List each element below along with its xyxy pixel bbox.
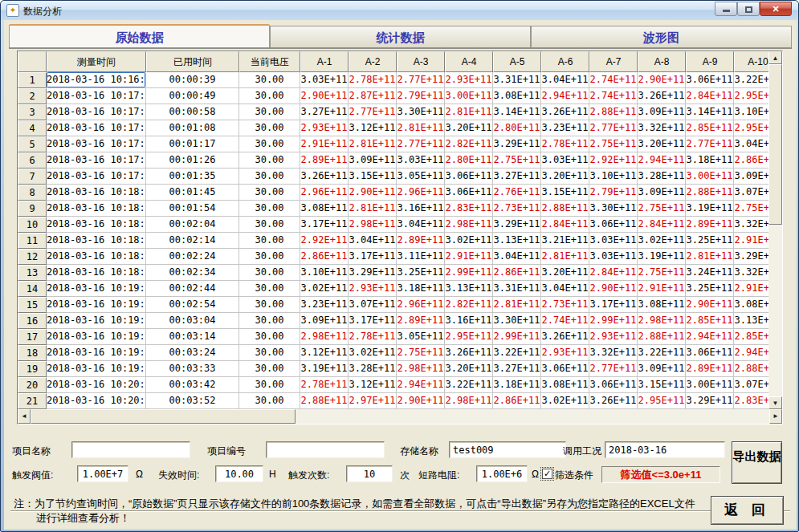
elapsed-time-cell[interactable]: 00:01:26 bbox=[146, 152, 239, 169]
trigger-threshold-input[interactable] bbox=[77, 465, 128, 482]
value-cell[interactable]: 3.14E+11 bbox=[686, 104, 734, 120]
value-cell[interactable]: 3.26E+11 bbox=[300, 169, 349, 185]
value-cell[interactable]: 3.17E+11 bbox=[300, 217, 349, 233]
value-cell[interactable]: 3.25E+11 bbox=[397, 265, 445, 281]
value-cell[interactable]: 2.95E+11 bbox=[445, 329, 493, 345]
value-cell[interactable]: 2.93E+11 bbox=[589, 329, 638, 345]
value-cell[interactable]: 2.80E+11 bbox=[493, 120, 541, 136]
value-cell[interactable]: 3.18E+11 bbox=[493, 377, 541, 393]
value-cell[interactable]: 3.32E+11 bbox=[638, 120, 686, 136]
value-cell[interactable]: 2.85E+11 bbox=[686, 120, 734, 136]
value-cell[interactable]: 2.74E+11 bbox=[589, 72, 638, 88]
measure-time-cell[interactable]: 2018-03-16 10:17:16 bbox=[47, 104, 146, 120]
value-cell[interactable]: 2.89E+11 bbox=[397, 233, 445, 249]
value-cell[interactable]: 3.25E+11 bbox=[686, 233, 734, 249]
row-number-cell[interactable]: 17 bbox=[18, 329, 47, 345]
elapsed-time-cell[interactable]: 00:03:24 bbox=[146, 345, 239, 361]
value-cell[interactable]: 3.08E+11 bbox=[300, 201, 349, 217]
value-cell[interactable]: 2.93E+11 bbox=[300, 120, 349, 136]
value-cell[interactable]: 2.94E+11 bbox=[638, 152, 686, 169]
value-cell[interactable]: 2.75E+11 bbox=[589, 136, 638, 152]
value-cell[interactable]: 2.78E+11 bbox=[349, 329, 397, 345]
value-cell[interactable]: 3.19E+11 bbox=[638, 249, 686, 265]
value-cell[interactable]: 2.81E+11 bbox=[493, 297, 541, 313]
scroll-up-icon[interactable]: ▲ bbox=[768, 51, 782, 64]
value-cell[interactable]: 2.94E+11 bbox=[686, 329, 734, 345]
value-cell[interactable]: 2.79E+11 bbox=[397, 88, 445, 104]
value-cell[interactable]: 3.03E+11 bbox=[589, 249, 638, 265]
row-number-cell[interactable]: 1 bbox=[18, 72, 47, 88]
value-cell[interactable]: 3.02E+11 bbox=[349, 345, 397, 361]
measure-time-cell[interactable]: 2018-03-16 10:18:11 bbox=[47, 201, 146, 217]
value-cell[interactable]: 3.30E+11 bbox=[589, 201, 638, 217]
value-cell[interactable]: 3.00E+11 bbox=[686, 377, 734, 393]
value-cell[interactable]: 2.93E+11 bbox=[541, 345, 589, 361]
value-cell[interactable]: 3.06E+11 bbox=[445, 185, 493, 201]
vertical-scrollbar-thumb[interactable] bbox=[768, 64, 782, 225]
measure-time-cell[interactable]: 2018-03-16 10:19:11 bbox=[47, 297, 146, 313]
value-cell[interactable]: 3.11E+11 bbox=[397, 249, 445, 265]
value-cell[interactable]: 2.92E+11 bbox=[589, 152, 638, 169]
row-number-cell[interactable]: 12 bbox=[18, 249, 47, 265]
elapsed-time-cell[interactable]: 00:01:45 bbox=[146, 185, 239, 201]
measure-time-cell[interactable]: 2018-03-16 10:20:00 bbox=[47, 377, 146, 393]
value-cell[interactable]: 2.90E+11 bbox=[349, 185, 397, 201]
value-cell[interactable]: 2.81E+11 bbox=[686, 249, 734, 265]
elapsed-time-cell[interactable]: 00:03:04 bbox=[146, 313, 239, 329]
value-cell[interactable]: 3.29E+11 bbox=[686, 393, 734, 409]
measure-time-cell[interactable]: 2018-03-16 10:17:26 bbox=[47, 120, 146, 136]
value-cell[interactable]: 2.90E+11 bbox=[300, 88, 349, 104]
value-cell[interactable]: 2.73E+11 bbox=[541, 297, 589, 313]
value-cell[interactable]: 3.24E+11 bbox=[686, 265, 734, 281]
value-cell[interactable]: 2.75E+11 bbox=[493, 152, 541, 169]
voltage-cell[interactable]: 30.00 bbox=[239, 185, 300, 201]
value-cell[interactable]: 2.88E+11 bbox=[589, 104, 638, 120]
value-cell[interactable]: 3.09E+11 bbox=[638, 104, 686, 120]
value-cell[interactable]: 3.06E+11 bbox=[686, 72, 734, 88]
voltage-cell[interactable]: 30.00 bbox=[239, 297, 300, 313]
value-cell[interactable]: 2.91E+11 bbox=[638, 281, 686, 297]
value-cell[interactable]: 3.08E+11 bbox=[493, 88, 541, 104]
value-cell[interactable]: 2.95E+11 bbox=[638, 393, 686, 409]
value-cell[interactable]: 2.74E+11 bbox=[589, 88, 638, 104]
value-cell[interactable]: 3.23E+11 bbox=[300, 297, 349, 313]
value-cell[interactable]: 3.19E+11 bbox=[686, 201, 734, 217]
voltage-cell[interactable]: 30.00 bbox=[239, 393, 300, 409]
value-cell[interactable]: 3.03E+11 bbox=[300, 72, 349, 88]
value-cell[interactable]: 3.07E+11 bbox=[349, 297, 397, 313]
value-cell[interactable]: 3.08E+11 bbox=[638, 297, 686, 313]
value-cell[interactable]: 3.16E+11 bbox=[397, 201, 445, 217]
value-cell[interactable]: 3.20E+11 bbox=[541, 169, 589, 185]
elapsed-time-cell[interactable]: 00:03:52 bbox=[146, 393, 239, 409]
value-cell[interactable]: 3.05E+11 bbox=[397, 169, 445, 185]
measure-time-cell[interactable]: 2018-03-16 10:19:51 bbox=[47, 361, 146, 377]
value-cell[interactable]: 2.74E+11 bbox=[541, 313, 589, 329]
trigger-count-input[interactable] bbox=[346, 465, 393, 482]
value-cell[interactable]: 2.99E+11 bbox=[493, 329, 541, 345]
value-cell[interactable]: 2.99E+11 bbox=[589, 313, 638, 329]
voltage-cell[interactable]: 30.00 bbox=[239, 265, 300, 281]
value-cell[interactable]: 3.26E+11 bbox=[638, 88, 686, 104]
value-cell[interactable]: 2.90E+11 bbox=[686, 297, 734, 313]
value-cell[interactable]: 3.25E+11 bbox=[686, 281, 734, 297]
row-number-cell[interactable]: 21 bbox=[18, 393, 47, 409]
minimize-button[interactable] bbox=[715, 2, 737, 16]
failure-time-input[interactable] bbox=[215, 465, 263, 482]
value-cell[interactable]: 3.04E+11 bbox=[349, 233, 397, 249]
value-cell[interactable]: 2.88E+11 bbox=[686, 185, 734, 201]
value-cell[interactable]: 2.78E+11 bbox=[349, 72, 397, 88]
measure-time-cell[interactable]: 2018-03-16 10:19:31 bbox=[47, 329, 146, 345]
value-cell[interactable]: 3.18E+11 bbox=[686, 152, 734, 169]
row-number-cell[interactable]: 13 bbox=[18, 265, 47, 281]
maximize-button[interactable] bbox=[737, 2, 760, 16]
value-cell[interactable]: 2.88E+11 bbox=[541, 201, 589, 217]
value-cell[interactable]: 3.06E+11 bbox=[589, 377, 638, 393]
row-number-cell[interactable]: 15 bbox=[18, 297, 47, 313]
row-number-cell[interactable]: 3 bbox=[18, 104, 47, 120]
row-number-cell[interactable]: 14 bbox=[18, 281, 47, 297]
value-cell[interactable]: 3.04E+11 bbox=[541, 281, 589, 297]
elapsed-time-cell[interactable]: 00:03:14 bbox=[146, 329, 239, 345]
row-number-cell[interactable]: 9 bbox=[18, 201, 47, 217]
row-number-cell[interactable]: 8 bbox=[18, 185, 47, 201]
value-cell[interactable]: 3.14E+11 bbox=[493, 104, 541, 120]
